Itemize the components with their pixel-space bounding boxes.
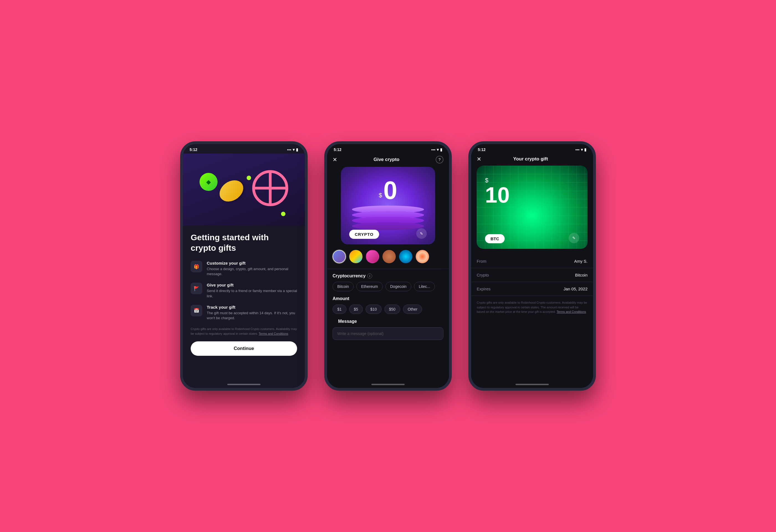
divider-1 [327,269,449,269]
feature-item-give: 🚩 Give your gift Send it directly to a f… [191,283,297,298]
info-row-from: From Amy S. [471,254,593,268]
header-title-3: Your crypto gift [513,156,548,162]
expires-label: Expires [477,286,491,291]
amount-pills-row: $1 $5 $10 $50 Other [327,304,449,314]
status-bar-3: 5:12 ▪▪▪ ▾ ▮ [471,144,593,154]
amount-1[interactable]: $1 [333,304,347,314]
edit-button-2[interactable]: ✎ [416,228,427,239]
info-row-crypto: Crypto Bitcoin [471,268,593,282]
pink-coin [252,170,288,206]
gift-edit-button[interactable]: ✎ [569,233,579,243]
gift-icon: 🎁 [191,261,202,272]
amount-section-label: Amount [327,296,449,301]
phones-container: 5:12 ▪▪▪ ▾ ▮ Getting started with crypto… [180,141,596,391]
feature-item-track: 📅 Track your gift The gift must be accep… [191,305,297,321]
feature-item-customize: 🎁 Customize your gift Choose a design, c… [191,261,297,277]
green-chip-coin [200,173,218,191]
signal-icon: ▪▪▪ [287,148,291,152]
amount-50[interactable]: $50 [384,304,400,314]
green-dot-2 [247,176,251,180]
message-section-label: Message [333,319,443,324]
home-indicator-2 [371,384,405,385]
crypto-label-pill: CRYPTO [349,230,379,239]
terms-link-3[interactable]: Terms and Conditions [557,310,586,313]
wifi-icon: ▾ [293,148,295,152]
crypto-stack-visual: $ 0 CRYPTO ✎ [341,167,435,244]
cryptocurrency-section-label: Cryptocurrency i [327,273,449,278]
theme-brown[interactable] [382,250,396,263]
expires-value: Jan 05, 2022 [563,286,588,291]
stack-discs [341,206,435,228]
wifi-icon-2: ▾ [437,148,439,152]
stack-amount-display: $ 0 [341,178,435,203]
phone-give-crypto: 5:12 ▪▪▪ ▾ ▮ ✕ Give crypto ? $ 0 [324,141,452,391]
pill-litecoin[interactable]: Litec... [414,282,435,291]
time-3: 5:12 [478,148,486,152]
btc-label-pill: BTC [485,234,505,243]
theme-purple[interactable] [333,250,346,263]
theme-orange[interactable] [416,250,429,263]
battery-icon-3: ▮ [584,148,586,152]
phone-crypto-gift: 5:12 ▪▪▪ ▾ ▮ ✕ Your crypto gift $ 10 [468,141,596,391]
amount-section: Amount $1 $5 $10 $50 Other [327,296,449,314]
message-section: Message Write a message (optional) [327,319,449,340]
close-button-3[interactable]: ✕ [477,156,481,163]
status-icons-1: ▪▪▪ ▾ ▮ [287,148,298,152]
crypto-field-value: Bitcoin [575,273,588,277]
gift-card-visual: $ 10 BTC ✎ [477,166,588,249]
phone1-content: Getting started with crypto gifts 🎁 Cust… [183,226,305,362]
calendar-icon: 📅 [191,305,202,316]
pill-bitcoin[interactable]: Bitcoin [333,282,354,291]
info-row-expires: Expires Jan 05, 2022 [471,282,593,296]
help-button[interactable]: ? [436,156,443,164]
theme-pink[interactable] [366,250,379,263]
signal-icon-3: ▪▪▪ [575,148,580,152]
page-title: Getting started with crypto gifts [191,232,297,253]
info-icon[interactable]: i [367,273,372,278]
amount-other[interactable]: Other [403,304,422,314]
battery-icon-2: ▮ [440,148,442,152]
phone2-header: ✕ Give crypto ? [327,154,449,167]
feature-text-track: Track your gift The gift must be accepte… [207,305,297,321]
phone3-header: ✕ Your crypto gift [471,154,593,166]
disc-4 [352,222,424,230]
crypto-field-label: Crypto [477,273,489,277]
message-input[interactable]: Write a message (optional) [333,327,443,340]
pill-dogecoin[interactable]: Dogecoin [386,282,411,291]
status-bar-1: 5:12 ▪▪▪ ▾ ▮ [183,144,305,154]
continue-button[interactable]: Continue [191,341,297,356]
status-icons-2: ▪▪▪ ▾ ▮ [431,148,442,152]
hero-illustration [183,154,305,226]
status-icons-3: ▪▪▪ ▾ ▮ [575,148,586,152]
home-indicator-3 [516,384,549,385]
theme-colorful[interactable] [349,250,363,263]
green-dot-1 [281,212,285,216]
status-bar-2: 5:12 ▪▪▪ ▾ ▮ [327,144,449,154]
amount-10[interactable]: $10 [366,304,381,314]
gold-coin [218,177,245,205]
battery-icon: ▮ [296,148,298,152]
signal-icon-2: ▪▪▪ [431,148,435,152]
legal-text-3: Crypto gifts are only available to Robin… [471,296,593,319]
flag-icon: 🚩 [191,283,202,294]
theme-blue[interactable] [399,250,412,263]
time-1: 5:12 [190,148,197,152]
close-button-2[interactable]: ✕ [333,156,337,163]
pill-ethereum[interactable]: Ethereum [356,282,383,291]
wifi-icon-3: ▾ [581,148,583,152]
header-title-2: Give crypto [374,157,400,163]
gift-number: 10 [485,184,510,206]
feature-text-customize: Customize your gift Choose a design, cry… [207,261,297,277]
theme-selector[interactable] [327,250,449,263]
stack-number: 0 [383,177,397,204]
legal-text-1: Crypto gifts are only available to Robin… [191,327,297,336]
gift-amount-display: $ 10 [485,177,510,206]
phone-getting-started: 5:12 ▪▪▪ ▾ ▮ Getting started with crypto… [180,141,308,391]
amount-5[interactable]: $5 [349,304,363,314]
feature-text-give: Give your gift Send it directly to a fri… [207,283,297,298]
time-2: 5:12 [334,148,342,152]
from-value: Amy S. [574,259,588,264]
home-indicator-1 [227,384,260,385]
from-label: From [477,259,487,264]
terms-link-1[interactable]: Terms and Conditions [259,332,288,335]
